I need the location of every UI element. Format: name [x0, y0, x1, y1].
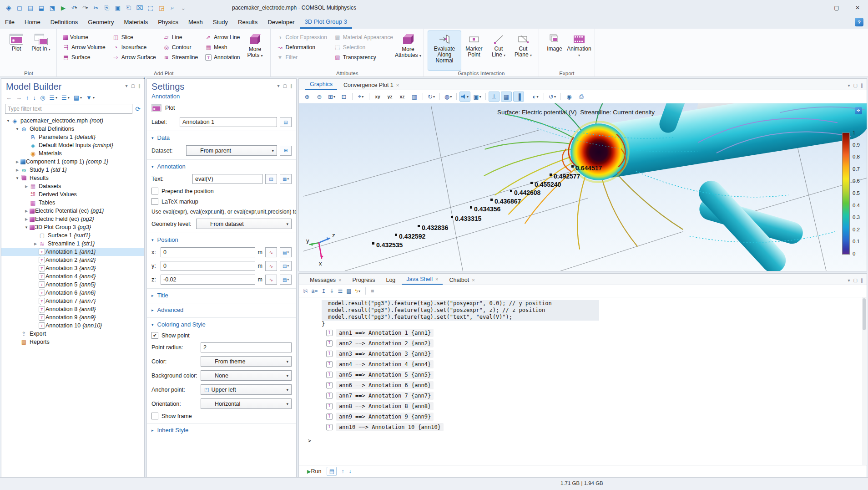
tree-item-datasets[interactable]: ▶Datasets	[1, 182, 144, 190]
streamline-button[interactable]: ≋Streamline	[161, 52, 200, 62]
tree-item-annotation-7[interactable]: Annotation 7{ann7}	[1, 297, 144, 305]
marker-point-button[interactable]: Marker Point	[462, 31, 486, 71]
panel-menu-icon[interactable]: ▾	[278, 83, 280, 88]
run-icon[interactable]: ▶	[58, 2, 68, 13]
delete-icon[interactable]: ⌧	[135, 2, 145, 13]
dataset-edit-button[interactable]: ⊞	[280, 146, 292, 156]
anchor-point-dropdown[interactable]: ◰Upper left	[201, 384, 292, 395]
show-color-legend-button[interactable]: ▐	[513, 92, 524, 102]
find-icon[interactable]: ⌕	[167, 2, 177, 13]
arrow-volume-button[interactable]: ⇶Arrow Volume	[61, 42, 108, 52]
shell-prompt[interactable]: >	[308, 438, 867, 444]
close-icon[interactable]: ×	[435, 276, 438, 282]
x-menu-button[interactable]: ▤▾	[280, 247, 292, 257]
scroll-to-top-icon[interactable]: ↥	[321, 288, 326, 294]
contour-button[interactable]: ◎Contour	[161, 42, 200, 52]
console-tab-chatbot[interactable]: Chatbot×	[444, 276, 479, 285]
close-icon[interactable]: ×	[338, 277, 341, 283]
evaluate-along-normal-button[interactable]: Evaluate Along Normal	[428, 31, 461, 71]
redo-icon[interactable]: ↷▾	[80, 2, 90, 13]
geometry-level-dropdown[interactable]: From dataset	[196, 219, 292, 229]
graphics-tab-convergence-plot-1[interactable]: Convergence Plot 1×	[339, 81, 404, 90]
stop-icon[interactable]: ■	[371, 288, 374, 294]
console-tab-progress[interactable]: Progress	[348, 276, 379, 285]
tree-item-annotation-9[interactable]: Annotation 9{ann9}	[1, 313, 144, 322]
section-coloring-and-style[interactable]: ▾Coloring and Style	[147, 317, 296, 330]
tree-item-electric-potential-ec[interactable]: ▶Electric Potential (ec){pg1}	[1, 207, 144, 215]
maximize-button[interactable]: ▢	[826, 0, 847, 15]
y-input[interactable]	[161, 261, 255, 271]
tree-item-results[interactable]: ▼Results	[1, 174, 144, 182]
plot-in-button[interactable]: Plot In ▾	[29, 31, 53, 71]
select-box-icon[interactable]: ⬚	[146, 2, 156, 13]
sound-button[interactable]: ▾	[459, 92, 470, 102]
expand-icon[interactable]: ▶	[23, 217, 30, 221]
zoom-select-icon[interactable]: ◲	[156, 2, 167, 13]
float-panel-icon[interactable]: ▢	[853, 278, 858, 283]
menu-developer[interactable]: Developer	[262, 15, 299, 29]
panel-menu-icon[interactable]: ▾	[126, 83, 128, 88]
close-icon[interactable]: ×	[472, 277, 474, 283]
orientation-dropdown[interactable]: Horizontal	[201, 398, 292, 409]
paste-icon[interactable]: ▣	[113, 2, 123, 13]
console-tab-java-shell[interactable]: Java Shell×	[402, 275, 443, 285]
tree-item-electric-field-ec[interactable]: ▶Electric Field (ec){pg2}	[1, 215, 144, 223]
panel-menu-icon[interactable]: ▾	[848, 83, 850, 88]
plot-update-button[interactable]: ↺▾	[547, 92, 558, 102]
background-color-dropdown[interactable]: None	[201, 370, 292, 381]
refresh-icon[interactable]: ⟳	[135, 105, 141, 112]
arrow-line-button[interactable]: ⇗Arrow Line	[203, 32, 242, 42]
section-title[interactable]: ▸Title	[147, 288, 296, 301]
dataset-dropdown[interactable]: From parent	[186, 145, 277, 156]
point-radius-input[interactable]	[201, 342, 292, 352]
duplicate-icon[interactable]: ⎗	[124, 2, 134, 13]
pin-panel-icon[interactable]: ∥	[861, 278, 863, 283]
command-prompt-button[interactable]: ▤	[327, 467, 337, 476]
expand-icon[interactable]: ▶	[23, 209, 30, 213]
z-menu-button[interactable]: ▤▾	[280, 275, 292, 285]
color-palette-button[interactable]: ◐▾	[530, 92, 541, 102]
z-range-button[interactable]: ∿	[265, 275, 277, 285]
toggle-visibility-icon[interactable]: ◎	[40, 94, 45, 101]
show-panel-icon[interactable]: ▤	[346, 288, 351, 294]
move-down-icon[interactable]: ↓	[33, 94, 36, 101]
view-camera-button[interactable]: ▥	[409, 92, 420, 102]
menu-physics[interactable]: Physics	[153, 15, 183, 29]
scroll-to-bottom-icon[interactable]: ↧	[329, 288, 334, 294]
zoom-out-button[interactable]: ⊖	[314, 92, 325, 102]
tree-item-default-model-inputs[interactable]: Default Model Inputs{cminpt}	[1, 141, 144, 149]
zoom-in-button[interactable]: ⊕	[302, 92, 313, 102]
more-plots-button[interactable]: More Plots ▾	[243, 31, 267, 71]
transparency-button[interactable]: ▨Transparency	[332, 52, 395, 62]
tree-item-annotation-10[interactable]: Annotation 10{ann10}	[1, 322, 144, 330]
tree-item-annotation-4[interactable]: Annotation 4{ann4}	[1, 272, 144, 281]
line-button[interactable]: ▱Line	[161, 32, 200, 42]
z-input[interactable]	[161, 275, 255, 285]
pin-panel-icon[interactable]: ∥	[138, 83, 141, 88]
run-button[interactable]: ▶ Run	[307, 468, 321, 475]
close-button[interactable]: ✕	[847, 0, 868, 15]
tree-filter-input[interactable]	[5, 104, 132, 114]
next-command-button[interactable]: ↓	[348, 468, 351, 475]
slice-button[interactable]: ◫Slice	[111, 32, 158, 42]
zoom-extents-button[interactable]: ⊡	[338, 92, 349, 102]
expand-icon[interactable]: ▶	[23, 184, 30, 189]
tree-item-annotation-8[interactable]: Annotation 8{ann8}	[1, 305, 144, 313]
annotation-text-input[interactable]	[192, 174, 262, 184]
volume-button[interactable]: Volume	[61, 32, 108, 42]
latex-markup-checkbox[interactable]: LaTeX markup	[147, 196, 296, 207]
go-to-xz-view-button[interactable]: xz	[397, 92, 408, 102]
show-assignments-icon[interactable]: a=	[312, 288, 318, 294]
deformation-button[interactable]: ↝Deformation	[274, 42, 329, 52]
tree-item-annotation-6[interactable]: Annotation 6{ann6}	[1, 289, 144, 297]
float-panel-icon[interactable]: ▢	[131, 83, 135, 88]
comsol-logo-icon[interactable]: ◈	[4, 2, 14, 13]
tree-item-materials[interactable]: Materials	[1, 149, 144, 158]
menu-study[interactable]: Study	[208, 15, 233, 29]
tree-item-streamline-1[interactable]: ▶Streamline 1{str1}	[1, 240, 144, 248]
collapse-icon[interactable]: ▼	[14, 127, 20, 131]
cut-line-button[interactable]: Cut Line ▾	[487, 31, 510, 71]
surface-button[interactable]: ⬒Surface	[61, 52, 108, 62]
collapse-icon[interactable]: ▼	[23, 225, 30, 230]
y-menu-button[interactable]: ▤▾	[280, 261, 292, 271]
